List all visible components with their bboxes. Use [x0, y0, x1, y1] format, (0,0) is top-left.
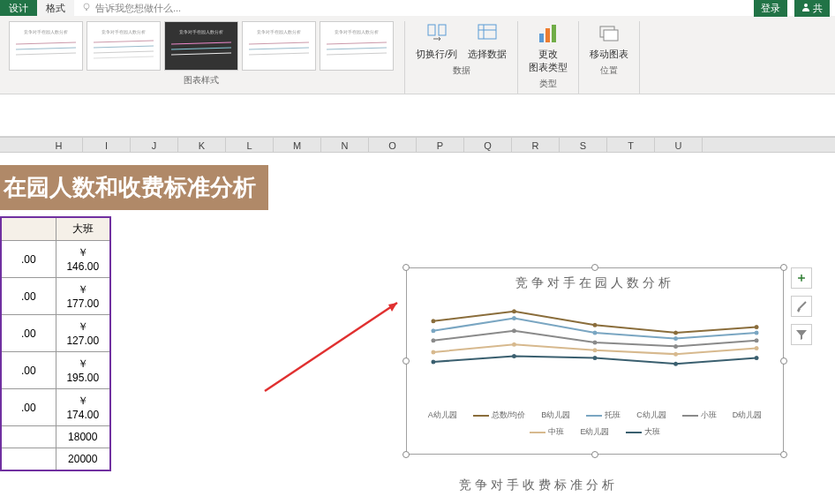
svg-point-57 [512, 354, 516, 358]
share-button[interactable]: 共 [794, 0, 830, 17]
svg-line-19 [249, 53, 309, 55]
legend-series[interactable]: 大班 [626, 426, 660, 438]
table-cell[interactable]: ￥ 177.00 [56, 278, 110, 315]
table-cell[interactable]: .00 [1, 352, 56, 389]
switch-row-col-button[interactable]: 切换行/列 [416, 21, 457, 61]
table-cell[interactable]: ￥ 195.00 [56, 352, 110, 389]
move-chart-button[interactable]: 移动图表 [590, 21, 628, 61]
chart-style-1[interactable]: 竞争对手在园人数分析 [9, 21, 83, 71]
table-row[interactable]: 20000 [1, 448, 110, 471]
column-header[interactable]: Q [464, 138, 512, 152]
table-cell[interactable]: .00 [1, 389, 56, 426]
resize-handle[interactable] [402, 451, 410, 458]
svg-line-22 [327, 48, 387, 49]
table-cell[interactable]: 20000 [56, 448, 110, 471]
resize-handle[interactable] [591, 264, 598, 271]
login-button[interactable]: 登录 [754, 0, 787, 17]
resize-handle[interactable] [402, 357, 410, 365]
column-header[interactable]: O [369, 138, 417, 152]
table-row[interactable]: .00￥ 177.00 [1, 278, 110, 315]
tell-me-box[interactable]: 告诉我您想做什么... [81, 0, 181, 16]
worksheet[interactable]: 在园人数和收费标准分析 大班 .00￥ 146.00.00￥ 177.00.00… [0, 153, 835, 504]
table-cell[interactable] [1, 426, 56, 448]
plus-icon: ＋ [795, 270, 808, 286]
chart-style-5[interactable]: 竞争对手在园人数分析 [320, 21, 394, 71]
table-cell[interactable]: ￥ 127.00 [56, 315, 110, 352]
column-header[interactable]: N [321, 138, 369, 152]
table-cell[interactable]: ￥ 174.00 [56, 389, 110, 426]
table-cell[interactable]: ￥ 146.00 [56, 241, 110, 278]
column-header[interactable]: J [131, 138, 178, 152]
svg-point-39 [673, 331, 678, 335]
table-cell[interactable]: .00 [1, 315, 56, 352]
tab-format[interactable]: 格式 [37, 0, 74, 16]
svg-rect-1 [86, 9, 87, 11]
tab-design[interactable]: 设计 [0, 0, 37, 16]
table-row[interactable]: .00￥ 195.00 [1, 352, 110, 389]
table-row[interactable]: 18000 [1, 426, 110, 448]
column-header[interactable]: M [274, 138, 321, 152]
legend-category: E幼儿园 [580, 426, 609, 438]
table-cell[interactable] [1, 448, 56, 471]
svg-point-49 [673, 344, 678, 349]
legend-series[interactable]: 总数/均价 [473, 410, 526, 421]
legend-category: A幼儿园 [428, 410, 457, 421]
table-row[interactable]: .00￥ 174.00 [1, 389, 110, 426]
chart-style-3[interactable]: 竞争对手在园人数分析 [164, 21, 238, 71]
svg-point-59 [673, 362, 678, 366]
legend-series[interactable]: 中班 [530, 426, 564, 438]
chart-styles-gallery[interactable]: 竞争对手在园人数分析 竞争对手在园人数分析 竞争对手在园人数分析 竞争对手在园人… [9, 21, 394, 71]
move-chart-icon [597, 21, 621, 46]
table-header-blank [1, 217, 56, 241]
column-header[interactable]: K [178, 138, 226, 152]
column-header[interactable]: L [226, 138, 274, 152]
svg-rect-30 [545, 28, 550, 42]
legend-category: C幼儿园 [636, 410, 666, 421]
column-header[interactable]: R [512, 138, 560, 152]
legend-series[interactable]: 托班 [586, 410, 621, 421]
data-table[interactable]: 大班 .00￥ 146.00.00￥ 177.00.00￥ 127.00.00￥… [0, 216, 111, 471]
chart-styles-button[interactable] [791, 296, 812, 317]
svg-rect-33 [604, 30, 618, 41]
column-header[interactable]: U [655, 138, 703, 152]
svg-point-43 [593, 331, 598, 335]
resize-handle[interactable] [780, 264, 787, 271]
column-header[interactable]: T [607, 138, 655, 152]
svg-point-51 [431, 350, 435, 355]
column-header[interactable]: I [83, 138, 131, 152]
chart-2-title: 竞争对手收费标准分析 [459, 478, 618, 493]
ribbon: 竞争对手在园人数分析 竞争对手在园人数分析 竞争对手在园人数分析 竞争对手在园人… [0, 16, 835, 94]
chart-filter-button[interactable] [791, 324, 812, 345]
svg-rect-29 [539, 34, 544, 42]
svg-rect-31 [552, 25, 556, 42]
svg-line-61 [800, 302, 806, 308]
svg-line-21 [327, 42, 387, 44]
chart-style-4[interactable]: 竞争对手在园人数分析 [242, 21, 316, 71]
chart-1[interactable]: 竞争对手在园人数分析 A幼儿园总数/均价B幼儿园托班C幼儿园小班D幼儿园中班E幼… [406, 267, 784, 455]
table-cell[interactable]: 18000 [56, 426, 110, 448]
resize-handle[interactable] [780, 357, 787, 365]
chart-plot-area[interactable] [425, 295, 765, 410]
table-cell[interactable]: .00 [1, 278, 56, 315]
chart-add-element-button[interactable]: ＋ [791, 267, 812, 289]
select-data-button[interactable]: 选择数据 [468, 21, 507, 61]
table-row[interactable]: .00￥ 127.00 [1, 315, 110, 352]
resize-handle[interactable] [402, 264, 410, 271]
svg-line-11 [94, 56, 154, 58]
legend-series[interactable]: 小班 [682, 410, 717, 421]
resize-handle[interactable] [780, 451, 787, 458]
column-header[interactable]: P [417, 138, 464, 152]
chart-legend[interactable]: A幼儿园总数/均价B幼儿园托班C幼儿园小班D幼儿园中班E幼儿园大班 [407, 410, 783, 438]
lightbulb-icon [81, 2, 92, 14]
column-header[interactable]: H [35, 138, 83, 152]
change-chart-type-button[interactable]: 更改 图表类型 [529, 21, 568, 74]
table-row[interactable]: .00￥ 146.00 [1, 241, 110, 278]
table-cell[interactable]: .00 [1, 241, 56, 278]
svg-point-37 [512, 309, 516, 313]
resize-handle[interactable] [591, 451, 598, 458]
chart-title[interactable]: 竞争对手在园人数分析 [407, 268, 783, 295]
chart-style-2[interactable]: 竞争对手在园人数分析 [87, 21, 161, 71]
svg-point-40 [755, 325, 759, 329]
column-header[interactable]: S [560, 138, 607, 152]
svg-line-23 [327, 53, 387, 55]
